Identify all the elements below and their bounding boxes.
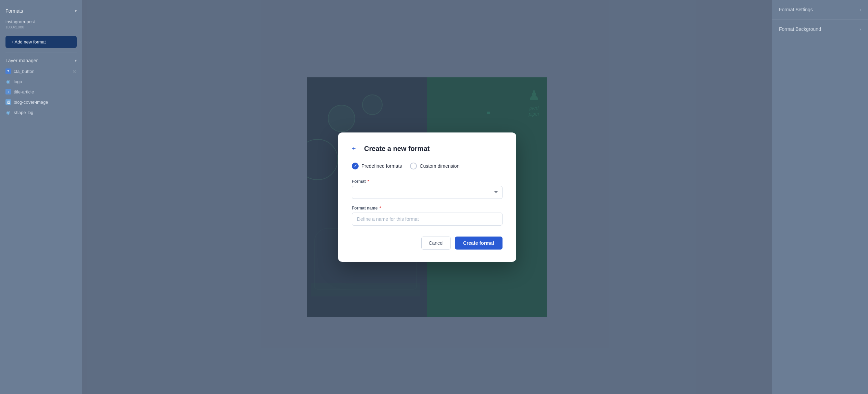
layer-visibility-icon[interactable]: ⊘ <box>73 68 77 74</box>
format-required-star: * <box>367 179 369 184</box>
left-sidebar: Formats ▾ instagram-post 1080x1080 + Add… <box>0 0 82 394</box>
layer-name-cta: cta_button <box>14 69 35 74</box>
format-background-item[interactable]: Format Background › <box>772 20 868 39</box>
layer-item-shape-bg[interactable]: ◉ shape_bg <box>0 107 82 117</box>
radio-checked-icon <box>352 163 359 169</box>
layer-manager-chevron-icon: ▾ <box>75 58 77 63</box>
radio-predefined-label: Predefined formats <box>361 163 402 169</box>
modal-plus-icon: + <box>352 145 360 153</box>
layer-name-title: title-article <box>14 89 34 94</box>
layer-manager-title: Layer manager <box>5 58 38 63</box>
layer-item-blog-cover[interactable]: 🖼 blog-cover-image <box>0 97 82 107</box>
format-item-instagram[interactable]: instagram-post 1080x1080 <box>0 16 82 32</box>
layer-item-title-article[interactable]: T title-article <box>0 87 82 97</box>
format-field: Format * <box>352 179 503 199</box>
radio-custom-label: Custom dimension <box>420 163 459 169</box>
layer-item-cta-button[interactable]: T cta_button ⊘ <box>0 66 82 76</box>
shape-layer-icon: ◉ <box>5 110 11 115</box>
right-sidebar: Format Settings › Format Background › <box>772 0 868 394</box>
modal-header: + Create a new format <box>352 145 503 153</box>
format-name-field: Format name * <box>352 206 503 226</box>
cancel-button[interactable]: Cancel <box>421 237 451 250</box>
modal-radio-group: Predefined formats Custom dimension <box>352 163 503 169</box>
format-name-required-star: * <box>378 206 381 211</box>
sidebar-divider <box>5 52 77 52</box>
layer-name-blog-cover: blog-cover-image <box>14 100 48 105</box>
modal-actions: Cancel Create format <box>352 237 503 250</box>
blog-cover-layer-icon: 🖼 <box>5 99 11 105</box>
layer-manager-section: Layer manager ▾ T cta_button ⊘ ◉ logo T … <box>0 55 82 117</box>
radio-predefined[interactable]: Predefined formats <box>352 163 402 169</box>
formats-chevron-icon: ▾ <box>75 9 77 13</box>
create-format-button[interactable]: Create format <box>455 237 503 250</box>
logo-layer-icon: ◉ <box>5 79 11 84</box>
cta-layer-icon: T <box>5 68 11 74</box>
formats-title: Formats <box>5 8 23 14</box>
format-settings-label: Format Settings <box>779 7 813 12</box>
layer-manager-header[interactable]: Layer manager ▾ <box>0 55 82 66</box>
format-settings-item[interactable]: Format Settings › <box>772 0 868 20</box>
format-select[interactable] <box>352 186 503 199</box>
format-background-chevron-icon: › <box>859 26 861 32</box>
radio-custom[interactable]: Custom dimension <box>410 163 459 169</box>
radio-unchecked-icon <box>410 163 417 169</box>
format-settings-chevron-icon: › <box>859 7 861 12</box>
create-format-modal: + Create a new format Predefined formats… <box>338 132 516 262</box>
layer-name-logo: logo <box>14 79 22 84</box>
add-new-format-button[interactable]: + Add new format <box>5 36 77 48</box>
layer-name-shape: shape_bg <box>14 110 33 115</box>
main-canvas: ♟ piedpiper + Create a new format Predef… <box>82 0 772 394</box>
modal-title: Create a new format <box>364 145 430 153</box>
layer-item-logo[interactable]: ◉ logo <box>0 76 82 87</box>
format-label: Format * <box>352 179 503 184</box>
format-name-input[interactable] <box>352 213 503 226</box>
title-layer-icon: T <box>5 89 11 94</box>
format-name-label: Format name * <box>352 206 503 211</box>
format-background-label: Format Background <box>779 26 821 32</box>
format-item-size: 1080x1080 <box>5 25 77 29</box>
modal-overlay: + Create a new format Predefined formats… <box>82 0 772 394</box>
formats-section-header[interactable]: Formats ▾ <box>0 5 82 16</box>
format-item-name: instagram-post <box>5 19 77 24</box>
